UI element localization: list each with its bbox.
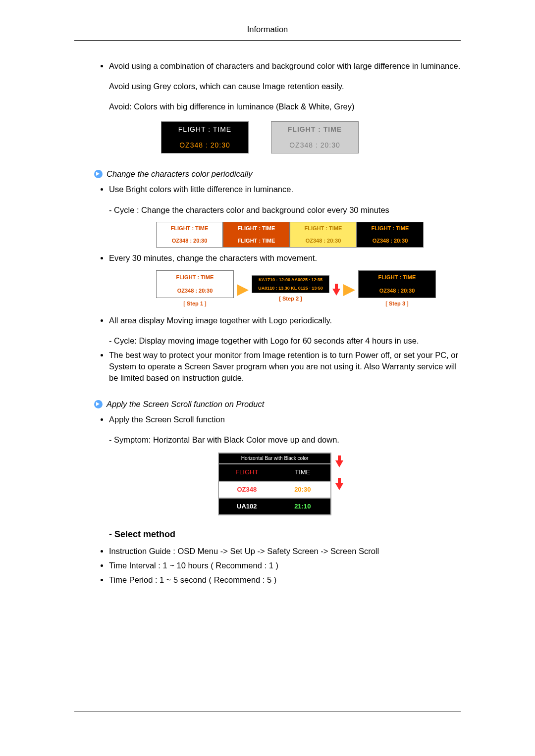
- select-method-heading: - Select method: [109, 529, 461, 540]
- text: FLIGHT : TIME: [271, 122, 358, 138]
- text: FLIGHT : TIME: [161, 122, 248, 138]
- step-label: [ Step 1 ]: [156, 298, 234, 309]
- text: - Cycle : Change the characters color an…: [109, 204, 461, 216]
- text: FLIGHT : TIME: [157, 271, 233, 284]
- text: Avoid using Grey colors, which can cause…: [109, 81, 461, 92]
- text: FLIGHT : TIME: [357, 222, 423, 235]
- text: Apply the Screen Scroll function: [109, 415, 225, 424]
- step-3: FLIGHT : TIME OZ348 : 20:30 [ Step 3 ]: [358, 270, 436, 310]
- text: OZ348 : 20:30: [357, 235, 423, 247]
- scroll-table: Horizontal Bar with Black color FLIGHT T…: [218, 453, 331, 515]
- bullet-protect: The best way to protect your monitor fro…: [109, 350, 461, 384]
- text: OZ348 : 20:30: [359, 284, 435, 298]
- step-2: KA1710 : 12:00 AA0025 · 12·35 UA0110 : 1…: [252, 275, 329, 304]
- table-row: OZ348 20:30: [219, 481, 330, 498]
- text: Use Bright colors with little difference…: [109, 185, 293, 194]
- table-row: FLIGHT TIME: [219, 463, 330, 480]
- bullet-movement: Every 30 minutes, change the characters …: [109, 252, 461, 309]
- text: - Cycle: Display moving image together w…: [109, 335, 461, 347]
- step-label: [ Step 3 ]: [358, 298, 436, 309]
- text: - Symptom: Horizontal Bar with Black Col…: [109, 434, 461, 446]
- list-item: Time Interval : 1 ~ 10 hours ( Recommend…: [109, 560, 461, 571]
- text: FLIGHT : TIME: [223, 222, 289, 235]
- text: FLIGHT : TIME: [290, 222, 356, 235]
- scroll-example: Horizontal Bar with Black color FLIGHT T…: [218, 453, 461, 515]
- color-example-2: FLIGHT : TIME FLIGHT : TIME: [223, 222, 290, 248]
- text: OZ348 : 20:30: [290, 235, 356, 247]
- page-header: Information: [74, 20, 461, 41]
- text: Time Period : 1 ~ 5 second ( Recommend :…: [109, 575, 276, 584]
- text: FLIGHT : TIME: [359, 271, 435, 284]
- example-grey: FLIGHT : TIME OZ348 : 20:30: [271, 121, 359, 153]
- bullet-apply-scroll: Apply the Screen Scroll function - Sympt…: [109, 414, 461, 515]
- cell: FLIGHT: [219, 464, 275, 480]
- list-item: Time Period : 1 ~ 5 second ( Recommend :…: [109, 574, 461, 586]
- list-item: Instruction Guide : OSD Menu -> Set Up -…: [109, 546, 461, 557]
- cell: UA102: [219, 499, 275, 514]
- color-example-4: FLIGHT : TIME OZ348 : 20:30: [357, 222, 424, 248]
- arrow-right-icon: [237, 284, 249, 296]
- arrow-circle-icon: [94, 170, 103, 178]
- cell: 21:10: [275, 499, 331, 514]
- color-example-3: FLIGHT : TIME OZ348 : 20:30: [290, 222, 357, 248]
- arrow-circle-icon: [94, 400, 103, 408]
- scroll-header: Horizontal Bar with Black color: [219, 454, 330, 463]
- text: UA0110 : 13.30 KL 0125 · 13·50: [252, 284, 329, 293]
- text: KA1710 : 12:00 AA0025 · 12·35: [252, 276, 329, 284]
- step-label: [ Step 2 ]: [252, 293, 329, 304]
- arrow-right-icon: [343, 284, 355, 296]
- text: The best way to protect your monitor fro…: [109, 351, 458, 382]
- cell: 20:30: [275, 482, 331, 498]
- four-color-examples: FLIGHT : TIME OZ348 : 20:30 FLIGHT : TIM…: [156, 222, 461, 248]
- cell: TIME: [275, 464, 331, 480]
- text: OZ348 : 20:30: [157, 235, 222, 247]
- text: OZ348 : 20:30: [271, 138, 358, 153]
- example-contrast-pair: FLIGHT : TIME OZ348 : 20:30 FLIGHT : TIM…: [161, 121, 461, 153]
- text: Avoid using a combination of characters …: [109, 61, 460, 70]
- text: Time Interval : 1 ~ 10 hours ( Recommend…: [109, 561, 278, 570]
- footer-rule: [74, 711, 461, 711]
- text: FLIGHT : TIME: [157, 222, 222, 235]
- movement-steps: FLIGHT : TIME OZ348 : 20:30 [ Step 1 ] K…: [156, 270, 461, 310]
- text: Instruction Guide : OSD Menu -> Set Up -…: [109, 547, 379, 555]
- bullet-bright: Use Bright colors with little difference…: [109, 184, 461, 248]
- scroll-arrows: [335, 453, 343, 491]
- heading-change-chars: Change the characters color periodically: [107, 169, 252, 179]
- cell: OZ348: [219, 482, 275, 498]
- arrow-down-icon: [335, 455, 343, 468]
- text: All area display Moving image together w…: [109, 316, 332, 325]
- bullet-avoid-combo: Avoid using a combination of characters …: [109, 60, 461, 153]
- example-black-white: FLIGHT : TIME OZ348 : 20:30: [161, 121, 249, 153]
- text: OZ348 : 20:30: [161, 138, 248, 153]
- text: Every 30 minutes, change the characters …: [109, 253, 317, 262]
- pin-down-icon: [332, 284, 340, 297]
- table-row: UA102 21:10: [219, 498, 330, 514]
- text: OZ348 : 20:30: [157, 284, 233, 298]
- step-1: FLIGHT : TIME OZ348 : 20:30 [ Step 1 ]: [156, 270, 234, 310]
- text: Avoid: Colors with big difference in lum…: [109, 101, 461, 112]
- bullet-logo: All area display Moving image together w…: [109, 315, 461, 347]
- arrow-down-icon: [335, 478, 343, 491]
- text: FLIGHT : TIME: [223, 235, 289, 247]
- color-example-1: FLIGHT : TIME OZ348 : 20:30: [156, 222, 223, 248]
- heading-apply-scroll: Apply the Screen Scroll function on Prod…: [107, 400, 264, 409]
